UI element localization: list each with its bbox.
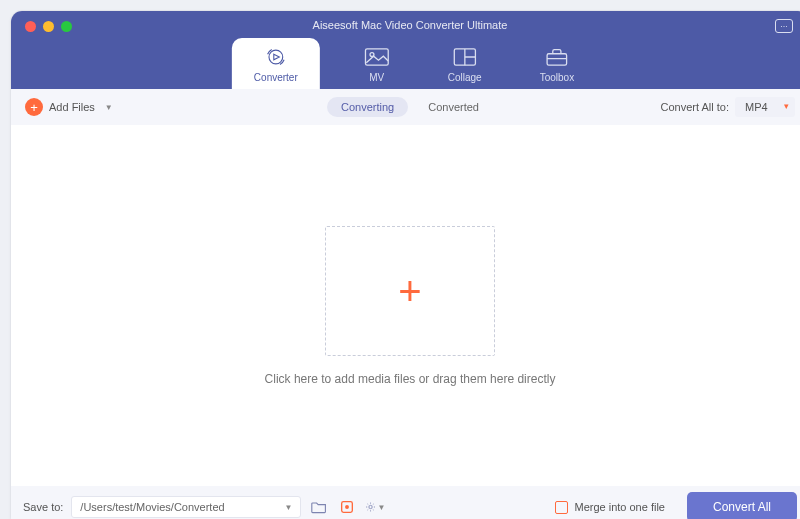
gpu-accel-button[interactable] [337, 498, 357, 516]
settings-button[interactable]: ▼ [365, 498, 385, 516]
app-window: Aiseesoft Mac Video Converter Ultimate C… [10, 10, 800, 519]
output-format-select[interactable]: MP4 [735, 97, 795, 117]
segment-converted[interactable]: Converted [414, 97, 493, 117]
segment-converting[interactable]: Converting [327, 97, 408, 117]
footer: Save to: /Users/test/Movies/Converted ▼ … [11, 486, 800, 519]
save-path-select[interactable]: /Users/test/Movies/Converted ▼ [71, 496, 301, 518]
add-media-dropzone[interactable]: + [325, 226, 495, 356]
convert-all-to-label: Convert All to: [661, 101, 729, 113]
add-files-label: Add Files [49, 101, 95, 113]
plus-icon: + [398, 271, 421, 311]
plus-icon: + [25, 98, 43, 116]
svg-point-0 [269, 50, 283, 64]
format-value: MP4 [745, 101, 768, 113]
mv-icon [364, 46, 390, 68]
chevron-down-icon: ▼ [377, 503, 385, 512]
convert-all-to: Convert All to: MP4 [661, 97, 795, 117]
toolbar: + Add Files ▼ Converting Converted Conve… [11, 89, 800, 125]
chevron-down-icon: ▼ [105, 103, 113, 112]
main-tabs: Converter MV Collage Toolbox [232, 38, 588, 89]
save-to-label: Save to: [23, 501, 63, 513]
converter-icon [263, 46, 289, 68]
app-title: Aiseesoft Mac Video Converter Ultimate [11, 11, 800, 31]
feedback-icon[interactable] [775, 19, 793, 33]
chevron-down-icon: ▼ [284, 503, 292, 512]
tab-label: MV [369, 72, 384, 83]
tab-label: Toolbox [540, 72, 574, 83]
collage-icon [452, 46, 478, 68]
tab-label: Collage [448, 72, 482, 83]
add-files-button[interactable]: + Add Files ▼ [25, 98, 113, 116]
tab-toolbox[interactable]: Toolbox [526, 38, 588, 89]
titlebar: Aiseesoft Mac Video Converter Ultimate C… [11, 11, 800, 89]
convert-all-button[interactable]: Convert All [687, 492, 797, 519]
content-area: + Click here to add media files or drag … [11, 125, 800, 486]
tab-collage[interactable]: Collage [434, 38, 496, 89]
maximize-window-button[interactable] [61, 21, 72, 32]
status-segmented: Converting Converted [327, 97, 493, 117]
toolbox-icon [544, 46, 570, 68]
close-window-button[interactable] [25, 21, 36, 32]
dropzone-hint: Click here to add media files or drag th… [265, 372, 556, 386]
minimize-window-button[interactable] [43, 21, 54, 32]
tab-mv[interactable]: MV [350, 38, 404, 89]
merge-checkbox[interactable]: Merge into one file [555, 501, 665, 514]
merge-label: Merge into one file [574, 501, 665, 513]
svg-point-9 [345, 505, 349, 509]
svg-point-10 [369, 505, 372, 508]
tab-label: Converter [254, 72, 298, 83]
svg-rect-6 [547, 54, 567, 65]
window-controls [25, 21, 72, 32]
tab-converter[interactable]: Converter [232, 38, 320, 89]
open-folder-button[interactable] [309, 498, 329, 516]
save-path-value: /Users/test/Movies/Converted [80, 501, 224, 513]
checkbox-icon [555, 501, 568, 514]
